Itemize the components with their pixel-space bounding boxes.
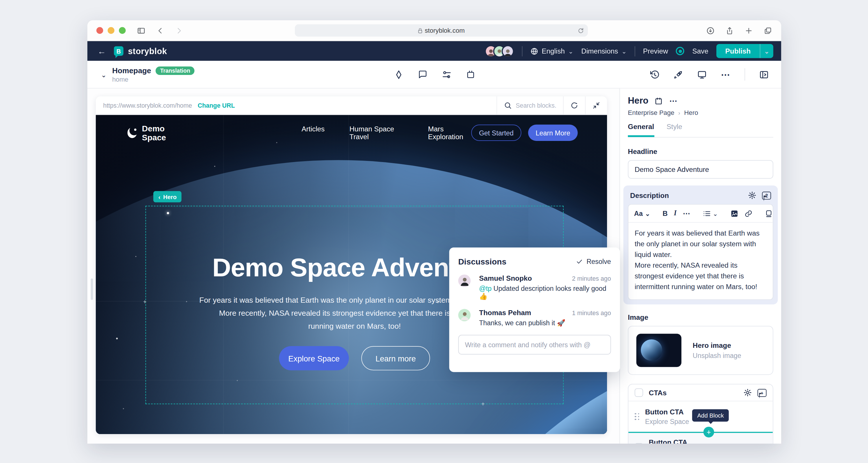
cta-checkbox[interactable] xyxy=(634,443,643,443)
save-button[interactable]: Save xyxy=(692,47,709,55)
field-settings-gear-icon[interactable] xyxy=(748,191,756,199)
storyblok-logo-icon[interactable]: B xyxy=(114,46,123,56)
archive-icon[interactable] xyxy=(466,70,475,79)
scrollbar-thumb[interactable] xyxy=(91,278,93,300)
search-blocks[interactable] xyxy=(496,96,563,114)
downloads-icon[interactable] xyxy=(706,26,715,35)
site-nav-link[interactable]: Human Space Travel xyxy=(349,125,403,141)
bold-icon[interactable]: B xyxy=(662,210,668,217)
divider xyxy=(634,46,635,56)
collapse-preview-button[interactable] xyxy=(585,96,607,114)
story-title[interactable]: Homepage xyxy=(112,66,151,75)
site-nav-link[interactable]: Articles xyxy=(302,125,324,141)
resolve-button[interactable]: Resolve xyxy=(576,257,611,265)
tab-overview-icon[interactable] xyxy=(764,26,772,35)
text-style-dropdown[interactable]: Aa⌄ xyxy=(634,210,650,217)
mention[interactable]: @tp xyxy=(479,285,492,292)
search-blocks-input[interactable] xyxy=(516,102,556,109)
close-window-button[interactable] xyxy=(96,27,103,34)
insert-marker[interactable]: + xyxy=(436,299,439,305)
language-selector[interactable]: English ⌄ xyxy=(530,47,573,55)
avatar[interactable] xyxy=(502,45,514,57)
headline-input[interactable] xyxy=(628,160,773,179)
preview-toggle[interactable] xyxy=(676,47,684,55)
blocks-diamond-icon[interactable] xyxy=(394,70,403,79)
add-block-button[interactable]: + xyxy=(703,427,714,437)
story-slug: home xyxy=(112,76,195,83)
star xyxy=(123,408,124,409)
browser-forward-icon[interactable] xyxy=(175,27,183,34)
comment-text: @tp Updated description looks really goo… xyxy=(479,285,611,301)
comment-text: Thanks, we can publish it 🚀 xyxy=(479,319,611,327)
ctas-checkbox[interactable] xyxy=(634,388,643,397)
block-more-icon[interactable]: ⋯ xyxy=(669,96,678,105)
drag-handle-icon[interactable] xyxy=(634,413,640,420)
tab-style[interactable]: Style xyxy=(666,123,682,137)
list-dropdown[interactable]: ⌄ xyxy=(703,210,718,217)
preview-url: https://www.storyblok.com/home xyxy=(103,102,192,109)
divider xyxy=(744,68,745,81)
learn-more-button[interactable]: Learn more xyxy=(361,346,430,370)
publish-dropdown-button[interactable]: ⌄ xyxy=(760,44,773,58)
quote-block-icon[interactable] xyxy=(765,210,773,217)
change-url-link[interactable]: Change URL xyxy=(197,102,235,109)
cta-block-title: Button CTA xyxy=(645,408,689,415)
new-tab-icon[interactable] xyxy=(744,26,753,35)
release-rocket-icon[interactable] xyxy=(674,70,683,79)
publish-button[interactable]: Publish xyxy=(716,44,760,58)
panel-toggle-icon[interactable] xyxy=(759,70,769,79)
insert-link-icon[interactable] xyxy=(744,210,752,217)
field-comments-icon[interactable]: 2 xyxy=(762,191,771,199)
block-settings-sidebar: Hero ⋯ Enterprise Page › Hero General St… xyxy=(619,89,781,443)
breadcrumb-parent[interactable]: Enterprise Page xyxy=(628,110,675,116)
share-icon[interactable] xyxy=(725,26,734,35)
comments-icon[interactable] xyxy=(418,70,427,79)
italic-icon[interactable]: I xyxy=(674,209,677,218)
more-options-icon[interactable]: ⋯ xyxy=(721,69,730,80)
address-bar[interactable]: storyblok.com xyxy=(295,24,588,37)
language-label: English xyxy=(541,47,565,55)
get-started-button[interactable]: Get Started xyxy=(471,125,521,141)
minimize-window-button[interactable] xyxy=(107,27,114,34)
avatar xyxy=(458,275,471,287)
dimensions-selector[interactable]: Dimensions ⌄ xyxy=(581,47,627,55)
cta-block-subtitle: Explore Space xyxy=(645,417,689,425)
dimensions-label: Dimensions xyxy=(581,47,618,55)
field-settings-gear-icon[interactable] xyxy=(743,388,752,397)
description-field-highlight: Description 2 Aa⌄ xyxy=(623,185,778,304)
image-asset-card[interactable]: Hero image Unsplash image xyxy=(628,326,773,375)
site-learn-more-button[interactable]: Learn More xyxy=(528,125,578,141)
preview-toggle-dot xyxy=(679,49,682,53)
insert-marker[interactable]: + xyxy=(143,299,146,305)
zoom-window-button[interactable] xyxy=(119,27,126,34)
block-title: Hero xyxy=(628,96,648,106)
browser-sidebar-icon[interactable] xyxy=(137,26,145,35)
site-nav-link[interactable]: Mars Exploration xyxy=(428,125,471,141)
calendar-icon[interactable] xyxy=(655,97,663,105)
insert-marker[interactable]: + xyxy=(482,401,485,407)
explore-space-button[interactable]: Explore Space xyxy=(279,346,349,370)
comment-time: 1 minutes ago xyxy=(572,309,611,316)
app-back-icon[interactable]: ← xyxy=(97,46,106,56)
add-comment-icon[interactable]: + xyxy=(757,389,767,396)
viewport-icon[interactable] xyxy=(697,70,707,79)
image-label: Image xyxy=(628,313,773,321)
browser-back-icon[interactable] xyxy=(157,27,164,34)
site-logo-dot xyxy=(134,128,136,130)
description-text[interactable]: For years it was believed that Earth was… xyxy=(628,222,773,299)
site-logo-text[interactable]: Demo Space xyxy=(142,124,185,142)
insert-image-icon[interactable] xyxy=(730,210,738,217)
story-switcher-chevron-icon[interactable]: ⌄ xyxy=(101,71,107,79)
comment-time: 2 minutes ago xyxy=(572,275,611,282)
refresh-preview-button[interactable] xyxy=(563,96,585,114)
tab-general[interactable]: General xyxy=(628,123,654,137)
comment-input[interactable] xyxy=(458,335,611,354)
history-icon[interactable] xyxy=(650,70,659,79)
cta-block-row[interactable]: Button CTA Learn More xyxy=(628,432,773,443)
reload-icon[interactable] xyxy=(578,27,584,33)
workflow-icon[interactable] xyxy=(441,70,451,79)
chevron-down-icon: ⌄ xyxy=(621,49,627,53)
hero-block-badge[interactable]: ‹ Hero xyxy=(153,191,182,202)
rte-more-icon[interactable]: ⋯ xyxy=(683,209,691,218)
comment-author: Samuel Snopko xyxy=(479,275,532,282)
